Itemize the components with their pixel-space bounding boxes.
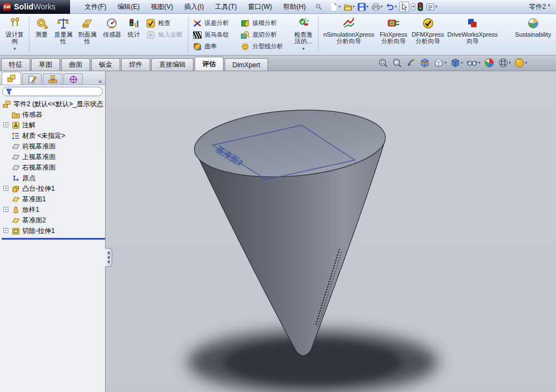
menu-window[interactable]: 窗口(W) bbox=[242, 0, 277, 14]
tree-item-boss-extrude1[interactable]: + 凸台-拉伸1 bbox=[2, 183, 105, 194]
dimxpertmanager-tab[interactable] bbox=[63, 73, 83, 85]
sensors-button[interactable]: 传感器 bbox=[100, 15, 124, 54]
tree-filter-input[interactable] bbox=[14, 88, 100, 95]
dfmxpress-button[interactable]: DFMXpress 分析向导 bbox=[410, 15, 446, 54]
tree-item-plane1[interactable]: 基准面1 bbox=[2, 194, 105, 205]
tree-item-loft1[interactable]: + 放样1 bbox=[2, 205, 105, 215]
title-bar: SW SolidWorks 文件(F) 编辑(E) 视图(V) 插入(I) 工具… bbox=[0, 0, 556, 14]
menu-tools[interactable]: 工具(T) bbox=[210, 0, 242, 14]
select-cursor-button[interactable] bbox=[399, 2, 409, 12]
boss-extrude-icon bbox=[12, 185, 20, 193]
edit-appearance-icon[interactable] bbox=[484, 58, 494, 68]
draft-analysis-button[interactable]: 拔模分析 bbox=[238, 17, 290, 29]
sustainability-button[interactable]: Sustainability bbox=[512, 15, 555, 54]
check-active-button[interactable]: 检查激活的... bbox=[290, 15, 316, 54]
tree-item-cut-extrude1[interactable]: + 切除-拉伸1 bbox=[2, 226, 105, 236]
section-view-icon[interactable] bbox=[420, 58, 430, 68]
tree-item-label: 材质 <未指定> bbox=[22, 131, 65, 141]
rollback-bar[interactable] bbox=[2, 238, 105, 240]
driveworksxpress-button[interactable]: DriveWorksXpress 向导 bbox=[446, 15, 499, 54]
tree-filter-box[interactable] bbox=[2, 87, 103, 96]
options-list-button[interactable] bbox=[425, 2, 438, 12]
expand-toggle[interactable]: + bbox=[3, 122, 8, 127]
simulationxpress-button[interactable]: nSimulationXpress 分析向导 bbox=[320, 15, 377, 54]
undercut-analysis-button[interactable]: 底切分析 bbox=[238, 29, 290, 41]
hide-show-items-icon[interactable] bbox=[466, 58, 480, 68]
floxpress-button[interactable]: FloXpress 分析向导 bbox=[377, 15, 410, 54]
tree-item-plane2[interactable]: + 基准面2 bbox=[2, 215, 105, 226]
tree-root-part[interactable]: 零件2 (默认<<默认>_显示状态 bbox=[2, 99, 105, 110]
expand-toggle[interactable]: + bbox=[3, 228, 8, 233]
menu-insert[interactable]: 插入(I) bbox=[178, 0, 209, 14]
dimxpertmanager-icon bbox=[69, 75, 78, 84]
section-properties-button[interactable]: 剖面属性 bbox=[75, 15, 100, 54]
tab-features[interactable]: 特征 bbox=[1, 58, 30, 71]
tree-item-label: 注解 bbox=[22, 121, 36, 130]
apply-scene-icon[interactable] bbox=[498, 58, 511, 68]
tree-item-label: 右视基准面 bbox=[22, 163, 56, 172]
menu-edit[interactable]: 编辑(E) bbox=[112, 0, 145, 14]
reference-plane-icon bbox=[12, 153, 20, 161]
tree-item-material[interactable]: 材质 <未指定> bbox=[2, 131, 105, 141]
tab-sheet-metal[interactable]: 钣金 bbox=[91, 58, 120, 71]
view-orientation-icon[interactable] bbox=[434, 58, 446, 68]
loft-icon bbox=[12, 206, 20, 214]
menu-view[interactable]: 视图(V) bbox=[145, 0, 178, 14]
gold-plane-icon bbox=[12, 195, 20, 204]
ribbon-separator bbox=[29, 17, 29, 52]
expand-toggle[interactable]: + bbox=[3, 207, 8, 212]
parting-line-analysis-button[interactable]: 分型线分析 bbox=[238, 41, 290, 52]
new-document-button[interactable] bbox=[329, 2, 341, 12]
deviation-analysis-button[interactable]: 误差分析 bbox=[190, 17, 238, 29]
sensors-label: 传感器 bbox=[103, 31, 121, 38]
panel-splitter-handle[interactable] bbox=[105, 248, 112, 267]
curvature-button[interactable]: 曲率 bbox=[190, 41, 238, 52]
driveworksxpress-label-2: 向导 bbox=[466, 38, 479, 44]
rebuild-traffic-light-icon[interactable] bbox=[417, 2, 424, 12]
menu-help[interactable]: 帮助(H) bbox=[277, 0, 311, 14]
tree-item-front-plane[interactable]: 前视基准面 bbox=[2, 141, 105, 152]
propertymanager-tab[interactable] bbox=[22, 73, 42, 85]
display-style-icon[interactable] bbox=[450, 58, 463, 68]
tree-item-top-plane[interactable]: 上视基准面 bbox=[2, 152, 105, 162]
zebra-stripes-label: 斑马条纹 bbox=[205, 31, 229, 39]
tab-evaluate[interactable]: 评估 bbox=[195, 57, 224, 71]
select-cursor-dropdown[interactable] bbox=[411, 3, 416, 10]
mass-properties-button[interactable]: 质量属性 bbox=[52, 15, 75, 54]
tree-item-annotations[interactable]: + 注解 bbox=[2, 120, 105, 131]
view-settings-icon[interactable] bbox=[514, 58, 527, 68]
print-button[interactable] bbox=[371, 2, 384, 12]
design-study-button[interactable]: 设计算例 bbox=[2, 15, 27, 54]
menu-file[interactable]: 文件(F) bbox=[79, 0, 112, 14]
menu-bar: 文件(F) 编辑(E) 视图(V) 插入(I) 工具(T) 窗口(W) 帮助(H… bbox=[79, 0, 311, 14]
statistics-button[interactable]: 统计 bbox=[124, 15, 143, 54]
featuremanager-tree-tab[interactable] bbox=[2, 72, 21, 85]
expand-toggle[interactable]: + bbox=[3, 186, 8, 191]
ribbon-spacer bbox=[499, 15, 512, 54]
save-button[interactable] bbox=[357, 2, 369, 12]
tab-weldments[interactable]: 焊件 bbox=[121, 58, 150, 71]
check-button[interactable]: 检查 bbox=[143, 17, 186, 29]
previous-view-icon[interactable] bbox=[406, 58, 416, 68]
tab-dimxpert[interactable]: DimXpert bbox=[225, 58, 268, 71]
tree-item-right-plane[interactable]: 右视基准面 bbox=[2, 162, 105, 173]
tree-item-label: 上视基准面 bbox=[22, 152, 56, 162]
zoom-to-area-icon[interactable] bbox=[392, 58, 402, 68]
tab-surfaces[interactable]: 曲面 bbox=[61, 58, 90, 71]
zebra-stripes-button[interactable]: 斑马条纹 bbox=[190, 29, 238, 41]
tab-sketch[interactable]: 草图 bbox=[31, 58, 60, 71]
tab-direct-editing[interactable]: 直接编辑 bbox=[151, 58, 193, 71]
configurationmanager-tab[interactable] bbox=[43, 73, 62, 85]
tree-item-origin[interactable]: 原点 bbox=[2, 173, 105, 183]
tree-item-sensors[interactable]: 传感器 bbox=[2, 110, 105, 120]
graphics-viewport[interactable]: 基准面2 bbox=[106, 71, 556, 392]
dfmxpress-label-1: DFMXpress bbox=[411, 31, 444, 38]
measure-button[interactable]: 测量 bbox=[31, 15, 52, 54]
panel-expand-chevron[interactable] bbox=[98, 78, 105, 85]
zoom-to-fit-icon[interactable] bbox=[378, 58, 388, 68]
input-diagnostics-button[interactable]: 输入诊断 bbox=[143, 29, 186, 41]
logo-text-light: Works bbox=[33, 2, 55, 11]
undo-button[interactable] bbox=[385, 2, 398, 12]
pushpin-icon[interactable] bbox=[314, 2, 324, 12]
open-button[interactable] bbox=[343, 2, 356, 12]
